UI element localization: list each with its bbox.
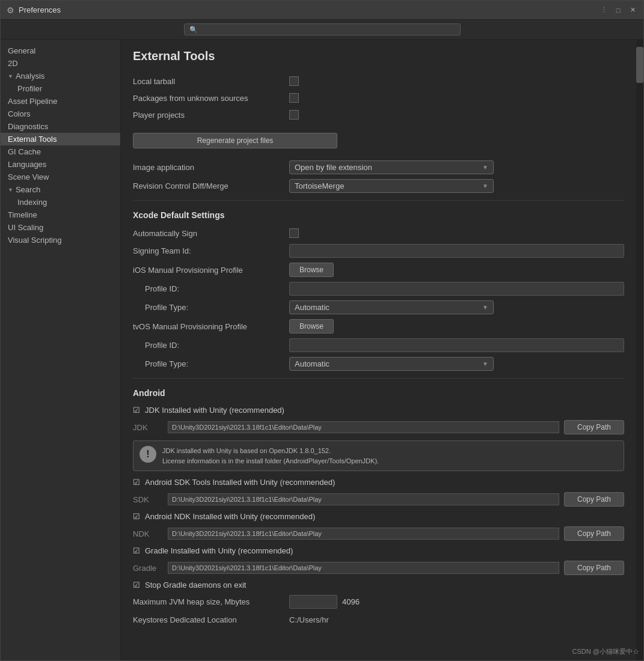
search-input[interactable]: [200, 25, 455, 34]
sidebar-item-timeline[interactable]: Timeline: [1, 209, 120, 221]
sidebar-item-asset-pipeline[interactable]: Asset Pipeline: [1, 95, 120, 108]
max-jvm-input[interactable]: [289, 595, 337, 609]
sidebar-item-external-tools[interactable]: External Tools: [1, 133, 120, 145]
jdk-path-value: D:\Unity3D2021siyi\2021.3.18f1c1\Editor\…: [168, 421, 559, 433]
image-app-dropdown[interactable]: Open by file extension ▼: [289, 160, 494, 174]
ndk-check-row: ☑ Android NDK Installed with Unity (reco…: [133, 509, 624, 524]
gradle-path-value: D:\Unity3D2021siyi\2021.3.18f1c1\Editor\…: [168, 562, 559, 574]
ios-profile-type-dropdown[interactable]: Automatic ▼: [289, 300, 494, 314]
tvos-manual-row: tvOS Manual Provisioning Profile Browse: [133, 317, 624, 336]
sidebar-item-scene-view[interactable]: Scene View: [1, 171, 120, 183]
sidebar-label-2d: 2D: [8, 59, 18, 68]
local-tarball-row: Local tarball: [133, 73, 624, 90]
stop-gradle-checkmark: ☑: [133, 580, 140, 589]
gradle-check-label: Gradle Installed with Unity (recommended…: [145, 546, 293, 555]
ndk-checkmark: ☑: [133, 512, 140, 521]
sidebar-label-profiler: Profiler: [17, 84, 42, 93]
player-projects-checkbox[interactable]: [289, 110, 299, 120]
jdk-check-label: JDK Installed with Unity (recommended): [145, 406, 284, 415]
sidebar: General 2D ▼ Analysis Profiler Asset Pip…: [1, 40, 121, 660]
ndk-copy-button[interactable]: Copy Path: [564, 526, 624, 541]
info-icon: !: [140, 446, 156, 463]
main-content: General 2D ▼ Analysis Profiler Asset Pip…: [1, 40, 643, 660]
regen-wrap: Regenerate project files: [133, 128, 624, 153]
analysis-triangle: ▼: [8, 73, 13, 79]
jdk-info-text: JDK installed with Unity is based on Ope…: [162, 446, 379, 466]
search-icon: 🔍: [189, 26, 198, 34]
revision-dropdown[interactable]: TortoiseMerge ▼: [289, 179, 494, 193]
signing-team-input[interactable]: [289, 244, 624, 258]
tvos-browse-button[interactable]: Browse: [289, 319, 334, 334]
gradle-checkmark: ☑: [133, 546, 140, 555]
window-icon: ⚙: [5, 5, 15, 15]
menu-button[interactable]: ⋮: [598, 4, 610, 16]
sidebar-label-asset-pipeline: Asset Pipeline: [8, 97, 57, 106]
tvos-profile-id-input[interactable]: [289, 338, 624, 352]
scrollbar-thumb[interactable]: [636, 47, 643, 83]
max-jvm-label: Maximum JVM heap size, Mbytes: [133, 597, 289, 606]
window-controls: ⋮ □ ✕: [598, 4, 639, 16]
signing-team-label: Signing Team Id:: [133, 246, 289, 255]
ios-manual-row: iOS Manual Provisioning Profile Browse: [133, 260, 624, 279]
sidebar-item-general[interactable]: General: [1, 44, 120, 57]
tvos-profile-type-dropdown[interactable]: Automatic ▼: [289, 357, 494, 371]
ios-profile-id-input[interactable]: [289, 282, 624, 296]
ios-profile-type-value: Automatic: [295, 303, 330, 312]
tvos-profile-type-value: Automatic: [295, 359, 330, 368]
auto-sign-label: Automatically Sign: [133, 229, 289, 238]
revision-row: Revision Control Diff/Merge TortoiseMerg…: [133, 177, 624, 195]
local-tarball-checkbox[interactable]: [289, 76, 299, 86]
ndk-path-label: NDK: [133, 529, 163, 538]
sidebar-item-search[interactable]: ▼ Search: [1, 183, 120, 196]
sidebar-label-diagnostics: Diagnostics: [8, 122, 48, 131]
maximize-button[interactable]: □: [612, 4, 624, 16]
sidebar-label-visual-scripting: Visual Scripting: [8, 236, 61, 245]
close-button[interactable]: ✕: [627, 4, 639, 16]
image-app-row: Image application Open by file extension…: [133, 158, 624, 177]
title-bar: ⚙ Preferences ⋮ □ ✕: [1, 1, 643, 20]
jdk-path-label: JDK: [133, 423, 163, 432]
max-jvm-value: 4096: [342, 597, 360, 606]
sidebar-item-languages[interactable]: Languages: [1, 158, 120, 171]
divider-2: [133, 378, 624, 379]
jdk-checkmark: ☑: [133, 406, 140, 415]
stop-gradle-row: ☑ Stop Gradle daemons on exit: [133, 577, 624, 592]
ios-profile-type-label: Profile Type:: [133, 303, 289, 312]
sidebar-item-gi-cache[interactable]: GI Cache: [1, 145, 120, 158]
scrollbar[interactable]: [636, 40, 643, 660]
ndk-path-value: D:\Unity3D2021siyi\2021.3.18f1c1\Editor\…: [168, 528, 559, 540]
sidebar-item-analysis[interactable]: ▼ Analysis: [1, 70, 120, 82]
sidebar-item-indexing[interactable]: Indexing: [1, 196, 120, 209]
sidebar-label-search: Search: [16, 185, 40, 194]
packages-unknown-checkbox[interactable]: [289, 93, 299, 103]
jdk-info-box: ! JDK installed with Unity is based on O…: [133, 440, 624, 471]
sdk-copy-button[interactable]: Copy Path: [564, 492, 624, 507]
sidebar-label-external-tools: External Tools: [8, 135, 57, 144]
sidebar-item-diagnostics[interactable]: Diagnostics: [1, 120, 120, 133]
xcode-section-label: Xcode Default Settings: [133, 210, 624, 220]
search-field-wrap[interactable]: 🔍: [184, 23, 461, 35]
tvos-manual-label: tvOS Manual Provisioning Profile: [133, 322, 289, 331]
gradle-path-row: Gradle D:\Unity3D2021siyi\2021.3.18f1c1\…: [133, 558, 624, 577]
jdk-copy-button[interactable]: Copy Path: [564, 420, 624, 434]
ios-profile-id-label: Profile ID:: [133, 284, 289, 293]
sidebar-label-general: General: [8, 46, 35, 55]
regen-button[interactable]: Regenerate project files: [133, 133, 337, 148]
sdk-path-value: D:\Unity3D2021siyi\2021.3.18f1c1\Editor\…: [168, 493, 559, 505]
packages-unknown-label: Packages from unknown sources: [133, 94, 289, 103]
android-section-label: Android: [133, 388, 624, 398]
auto-sign-checkbox[interactable]: [289, 228, 299, 238]
packages-unknown-row: Packages from unknown sources: [133, 90, 624, 106]
sidebar-item-profiler[interactable]: Profiler: [1, 82, 120, 95]
ios-browse-button[interactable]: Browse: [289, 263, 334, 277]
preferences-window: ⚙ Preferences ⋮ □ ✕ 🔍 General 2D ▼ Analy…: [0, 0, 644, 661]
sidebar-item-2d[interactable]: 2D: [1, 57, 120, 70]
sidebar-item-visual-scripting[interactable]: Visual Scripting: [1, 234, 120, 246]
sidebar-item-colors[interactable]: Colors: [1, 108, 120, 120]
sidebar-label-analysis: Analysis: [16, 72, 44, 81]
ios-profile-type-arrow: ▼: [482, 304, 488, 311]
sidebar-label-scene-view: Scene View: [8, 172, 49, 181]
sidebar-item-ui-scaling[interactable]: UI Scaling: [1, 221, 120, 234]
gradle-copy-button[interactable]: Copy Path: [564, 561, 624, 575]
gradle-check-row: ☑ Gradle Installed with Unity (recommend…: [133, 543, 624, 558]
